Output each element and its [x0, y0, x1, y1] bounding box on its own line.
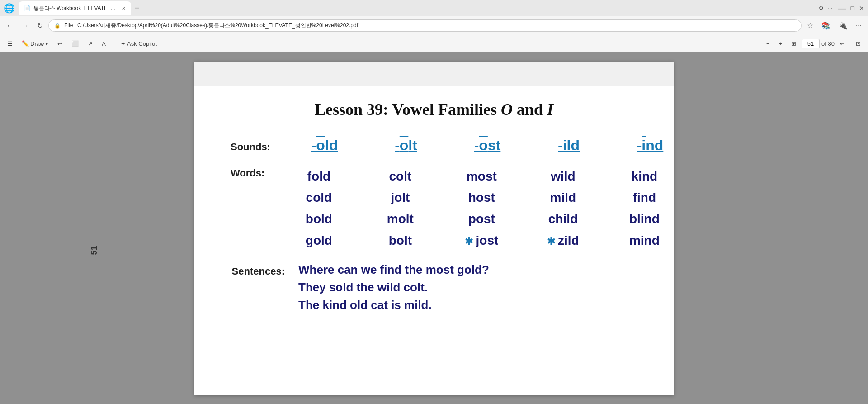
sentence-2: They sold the wild colt.: [298, 280, 489, 295]
maximize-btn[interactable]: □: [851, 5, 854, 12]
next-page-button[interactable]: ⊡: [852, 38, 864, 49]
word-column-ild: wild mild child ✱ zild: [522, 167, 604, 249]
sentence-3: The kind old cat is mild.: [298, 298, 489, 312]
zoom-out-button[interactable]: −: [763, 38, 774, 49]
word-cold: cold: [278, 189, 359, 206]
tab-bar: 🌐 📄 통클라스 Workbook_ELEVATE_... ✕ + ⚙ ··· …: [0, 0, 868, 16]
total-pages: of 80: [821, 40, 835, 47]
word-colt: colt: [359, 167, 441, 185]
copilot-label: Ask Copilot: [127, 40, 157, 47]
more-btn[interactable]: ···: [828, 5, 833, 11]
sidebar-toggle[interactable]: ☰: [4, 38, 16, 49]
word-column-ind: kind find blind mind: [604, 167, 685, 249]
tab-title: 통클라스 Workbook_ELEVATE_...: [33, 5, 115, 12]
sentences-label: Sentences:: [231, 263, 285, 277]
app-icon: 🌐: [4, 3, 15, 14]
word-zild: ✱ zild: [522, 232, 604, 249]
undo-button[interactable]: ↩: [54, 38, 66, 49]
words-section: Words: fold cold bold gold colt jolt mol…: [231, 167, 637, 249]
draw-chevron: ▾: [45, 40, 48, 47]
sounds-label: Sounds:: [231, 141, 270, 153]
word-child: child: [522, 210, 604, 228]
word-most: most: [441, 167, 522, 185]
star-button[interactable]: ☆: [804, 19, 816, 32]
collections-button[interactable]: 📚: [819, 19, 833, 32]
word-host: host: [441, 189, 522, 206]
address-bar-row: ← → ↻ 🔒 File | C:/Users/이재종/Desktop/Apri…: [0, 16, 868, 35]
word-column-old: fold cold bold gold: [278, 167, 359, 249]
minimize-btn[interactable]: —: [838, 4, 846, 13]
lesson-title-text: Lesson 39: Vowel Families O and I: [315, 100, 553, 119]
forward-button[interactable]: →: [19, 20, 32, 32]
fit-page-button[interactable]: ⊞: [788, 38, 800, 49]
window-controls: ⚙ ··· — □ ✕: [816, 3, 864, 13]
word-post: post: [441, 210, 522, 228]
word-gold: gold: [278, 232, 359, 249]
word-blind: blind: [604, 210, 685, 228]
page-number-input[interactable]: [802, 39, 820, 48]
words-label: Words:: [231, 167, 264, 179]
lesson-title: Lesson 39: Vowel Families O and I: [231, 100, 637, 119]
back-button[interactable]: ←: [4, 20, 16, 32]
rotate-button[interactable]: ↗: [84, 38, 96, 49]
previous-page-bottom: [194, 62, 674, 86]
word-fold: fold: [278, 167, 359, 185]
address-bar[interactable]: 🔒 File | C:/Users/이재종/Desktop/April%20(A…: [48, 19, 802, 32]
word-mind: mind: [604, 232, 685, 249]
zoom-in-button[interactable]: +: [775, 38, 786, 49]
sound-cells: -old -olt -ost -ild -ind: [284, 137, 691, 154]
sentences-section: Sentences: Where can we find the most go…: [231, 263, 637, 312]
word-bolt: bolt: [359, 232, 441, 249]
word-kind: kind: [604, 167, 685, 185]
sound-ild: -ild: [528, 137, 609, 154]
pdf-toolbar: ☰ ✏️ Draw ▾ ↩ ⬜ ↗ A ✦ Ask Copilot − + ⊞ …: [0, 35, 868, 52]
pdf-viewer: 51 Lesson 39: Vowel Families O and I Sou…: [0, 52, 868, 404]
new-tab-button[interactable]: +: [135, 4, 140, 13]
text-select-button[interactable]: A: [98, 38, 109, 49]
pdf-page: Lesson 39: Vowel Families O and I Sounds…: [194, 62, 674, 395]
word-molt: molt: [359, 210, 441, 228]
draw-label: Draw: [30, 40, 44, 47]
word-bold: bold: [278, 210, 359, 228]
divider: [113, 39, 113, 48]
browser-chrome: 🌐 📄 통클라스 Workbook_ELEVATE_... ✕ + ⚙ ··· …: [0, 0, 868, 52]
word-jolt: jolt: [359, 189, 441, 206]
extensions-button[interactable]: 🔌: [836, 19, 850, 32]
word-jost: ✱ jost: [441, 232, 522, 249]
address-text: File | C:/Users/이재종/Desktop/April%20(Adu…: [64, 22, 358, 29]
words-columns: fold cold bold gold colt jolt molt bolt …: [278, 167, 685, 249]
view-button[interactable]: ⬜: [68, 38, 82, 49]
sound-ind: -ind: [609, 137, 691, 154]
word-column-ost: most host post ✱ jost: [441, 167, 522, 249]
word-find: find: [604, 189, 685, 206]
word-wild: wild: [522, 167, 604, 185]
sounds-row: Sounds: -old -olt -ost -ild -ind: [231, 137, 637, 154]
sound-olt: -olt: [365, 137, 447, 154]
pencil-icon: ✏️: [22, 40, 29, 47]
more-options-button[interactable]: ···: [853, 20, 864, 32]
prev-page-button[interactable]: ↩: [836, 38, 849, 49]
sentence-list: Where can we find the most gold? They so…: [298, 263, 489, 312]
reload-button[interactable]: ↻: [34, 19, 46, 32]
copilot-icon: ✦: [121, 40, 126, 47]
draw-button[interactable]: ✏️ Draw ▾: [18, 38, 52, 49]
word-mild: mild: [522, 189, 604, 206]
copilot-button[interactable]: ✦ Ask Copilot: [117, 38, 160, 49]
sound-ost: -ost: [447, 137, 528, 154]
tab-close-button[interactable]: ✕: [122, 5, 126, 11]
settings-btn[interactable]: ⚙: [816, 3, 826, 13]
sound-old: -old: [284, 137, 365, 154]
close-btn[interactable]: ✕: [859, 5, 864, 12]
tab-favicon: 📄: [24, 5, 31, 11]
sentence-1: Where can we find the most gold?: [298, 263, 489, 277]
page-number-sidebar: 51: [90, 246, 99, 255]
lock-icon: 🔒: [54, 23, 61, 29]
word-column-olt: colt jolt molt bolt: [359, 167, 441, 249]
browser-tab[interactable]: 📄 통클라스 Workbook_ELEVATE_... ✕: [19, 1, 131, 15]
page-navigation: − + ⊞ of 80 ↩ ⊡: [763, 38, 864, 49]
